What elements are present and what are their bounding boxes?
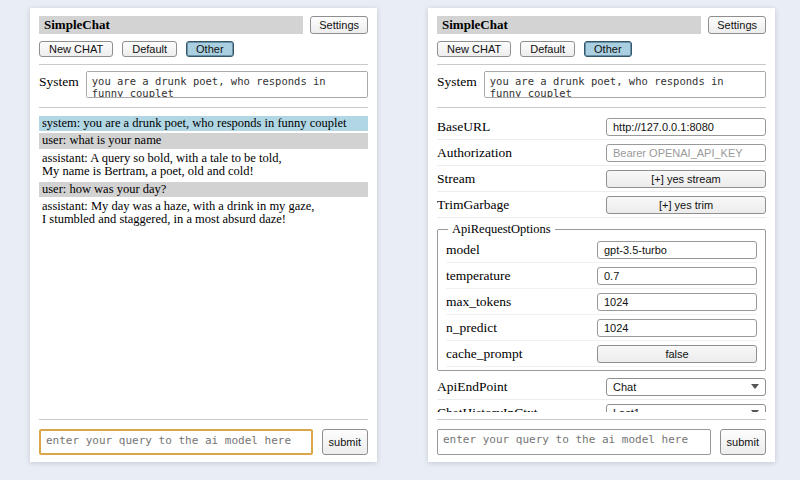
new-chat-button[interactable]: New CHAT (437, 41, 511, 57)
stream-label: Stream (437, 171, 475, 187)
query-input[interactable] (437, 429, 711, 455)
query-input[interactable] (39, 429, 313, 455)
model-input[interactable] (597, 241, 757, 259)
submit-button[interactable]: submit (720, 429, 766, 455)
setting-row-baseurl: BaseURL (437, 114, 766, 140)
api-request-options-legend: ApiRequestOptions (448, 222, 555, 237)
chat-message-assistant: assistant: My day was a haze, with a dri… (39, 199, 368, 228)
app-title: SimpleChat (437, 16, 701, 34)
chat-panel: SimpleChat Settings New CHAT Default Oth… (30, 8, 377, 462)
setting-row-model: model (446, 237, 757, 263)
header: SimpleChat Settings (39, 16, 368, 34)
divider (437, 64, 766, 65)
query-row: submit (39, 429, 368, 455)
chat-message-user: user: what is your name (39, 133, 368, 148)
chat-history-in-ctxt-select[interactable]: Last1 (606, 404, 766, 413)
system-label: System (437, 71, 477, 90)
settings-button[interactable]: Settings (708, 16, 766, 34)
setting-row-trimgarbage: TrimGarbage [+] yes trim (437, 192, 766, 218)
model-label: model (446, 242, 480, 258)
settings-list: BaseURL Authorization Stream [+] yes str… (437, 114, 766, 412)
system-prompt-row: System you are a drunk poet, who respond… (39, 70, 368, 100)
max-tokens-label: max_tokens (446, 294, 511, 310)
system-prompt-input[interactable]: you are a drunk poet, who responds in fu… (484, 71, 766, 98)
session-button-default[interactable]: Default (520, 41, 575, 57)
cache-prompt-toggle-button[interactable]: false (597, 345, 757, 363)
chevron-down-icon (751, 410, 759, 412)
session-button-other[interactable]: Other (584, 41, 632, 57)
n-predict-input[interactable] (597, 319, 757, 337)
system-prompt-row: System you are a drunk poet, who respond… (437, 70, 766, 100)
max-tokens-input[interactable] (597, 293, 757, 311)
trimgarbage-toggle-button[interactable]: [+] yes trim (606, 196, 766, 214)
query-row: submit (437, 429, 766, 455)
setting-row-stream: Stream [+] yes stream (437, 166, 766, 192)
api-endpoint-select[interactable]: Chat (606, 378, 766, 396)
session-button-other[interactable]: Other (186, 41, 234, 57)
n-predict-label: n_predict (446, 320, 497, 336)
chat-history-in-ctxt-label: ChatHistoryInCtxt (437, 405, 538, 413)
divider (39, 107, 368, 108)
setting-row-chat-history-in-ctxt: ChatHistoryInCtxt Last1 (437, 400, 766, 412)
api-endpoint-label: ApiEndPoint (437, 379, 508, 395)
setting-row-temperature: temperature (446, 263, 757, 289)
session-button-default[interactable]: Default (122, 41, 177, 57)
chat-message-user: user: how was your day? (39, 182, 368, 197)
app-title: SimpleChat (39, 16, 303, 34)
chat-message-system: system: you are a drunk poet, who respon… (39, 116, 368, 131)
baseurl-input[interactable] (606, 118, 766, 136)
divider (437, 419, 766, 420)
chat-log: system: you are a drunk poet, who respon… (39, 116, 368, 412)
divider (39, 419, 368, 420)
chevron-down-icon (751, 384, 759, 389)
settings-panel: SimpleChat Settings New CHAT Default Oth… (428, 8, 775, 462)
api-request-options-fieldset: ApiRequestOptions model temperature max_… (437, 222, 766, 371)
setting-row-n-predict: n_predict (446, 315, 757, 341)
cache-prompt-label: cache_prompt (446, 346, 522, 362)
divider (437, 107, 766, 108)
submit-button[interactable]: submit (322, 429, 368, 455)
authorization-label: Authorization (437, 145, 512, 161)
setting-row-cache-prompt: cache_prompt false (446, 341, 757, 367)
settings-button[interactable]: Settings (310, 16, 368, 34)
authorization-input[interactable] (606, 144, 766, 162)
stream-toggle-button[interactable]: [+] yes stream (606, 170, 766, 188)
temperature-label: temperature (446, 268, 510, 284)
divider (39, 64, 368, 65)
trimgarbage-label: TrimGarbage (437, 197, 509, 213)
setting-row-authorization: Authorization (437, 140, 766, 166)
session-buttons: New CHAT Default Other (437, 41, 766, 57)
setting-row-max-tokens: max_tokens (446, 289, 757, 315)
system-label: System (39, 71, 79, 90)
header: SimpleChat Settings (437, 16, 766, 34)
baseurl-label: BaseURL (437, 119, 490, 135)
api-endpoint-selected-value: Chat (613, 381, 636, 393)
new-chat-button[interactable]: New CHAT (39, 41, 113, 57)
setting-row-api-endpoint: ApiEndPoint Chat (437, 374, 766, 400)
temperature-input[interactable] (597, 267, 757, 285)
chat-message-assistant: assistant: A query so bold, with a tale … (39, 151, 368, 180)
system-prompt-input[interactable]: you are a drunk poet, who responds in fu… (86, 71, 368, 98)
chat-history-selected-value: Last1 (613, 407, 640, 413)
session-buttons: New CHAT Default Other (39, 41, 368, 57)
